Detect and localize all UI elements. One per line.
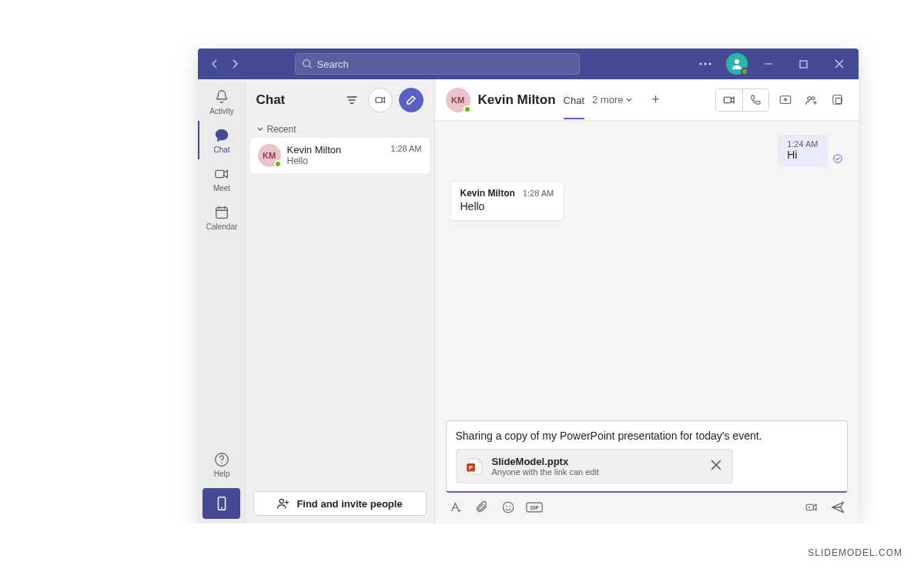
svg-point-19 — [833, 155, 842, 163]
svg-point-24 — [509, 506, 511, 507]
gif-button[interactable]: GIF — [526, 499, 543, 516]
close-icon — [835, 59, 844, 69]
call-buttons — [715, 89, 769, 112]
chevron-left-icon — [210, 59, 219, 69]
chat-item-time: 1:28 AM — [390, 144, 421, 156]
svg-point-0 — [303, 60, 310, 67]
video-icon — [374, 94, 387, 106]
svg-rect-11 — [376, 98, 382, 103]
compose-box[interactable]: P SlideModel.pptx Anyone with the link c… — [446, 420, 848, 493]
nav-buttons — [206, 53, 244, 75]
send-button[interactable] — [829, 499, 846, 516]
svg-point-1 — [699, 63, 701, 65]
chat-icon — [213, 127, 230, 144]
remove-attachment-button[interactable] — [708, 457, 725, 477]
profile-avatar[interactable] — [726, 53, 748, 75]
message-time: 1:28 AM — [523, 189, 554, 198]
format-icon — [449, 500, 463, 514]
camera-switch-icon — [804, 500, 819, 514]
teams-window: Search Activity Chat — [198, 49, 859, 523]
maximize-icon — [799, 60, 808, 69]
svg-point-16 — [812, 96, 815, 99]
minimize-button[interactable] — [754, 49, 783, 79]
message-outgoing[interactable]: 1:24 AM Hi — [778, 135, 827, 167]
maximize-button[interactable] — [789, 49, 819, 79]
rail-chat[interactable]: Chat — [198, 121, 245, 159]
attachment-card[interactable]: P SlideModel.pptx Anyone with the link c… — [456, 449, 733, 483]
title-bar: Search — [198, 49, 859, 79]
rail-mobile-button[interactable] — [203, 488, 240, 519]
svg-text:P: P — [469, 464, 473, 471]
search-placeholder: Search — [317, 59, 349, 70]
read-receipt-icon — [832, 153, 843, 167]
attachment-name: SlideModel.pptx — [492, 456, 700, 467]
share-screen-icon — [778, 93, 792, 107]
message-sender: Kevin Milton — [460, 188, 515, 199]
invite-people-button[interactable]: Find and invite people — [253, 491, 427, 516]
emoji-icon — [501, 500, 515, 514]
nav-back-button[interactable] — [206, 53, 224, 75]
rail-calendar[interactable]: Calendar — [198, 198, 245, 236]
format-button[interactable] — [447, 499, 464, 516]
paperclip-icon — [475, 500, 489, 514]
chat-header-avatar: KM — [446, 88, 470, 112]
attach-button[interactable] — [474, 499, 490, 516]
chat-list-header: Chat — [246, 79, 434, 121]
emoji-button[interactable] — [500, 499, 517, 516]
message-text: Hello — [460, 200, 554, 212]
rail-meet[interactable]: Meet — [198, 159, 245, 198]
message-text: Hi — [787, 149, 818, 161]
add-tab-button[interactable]: + — [645, 89, 667, 111]
share-screen-button[interactable] — [775, 90, 795, 110]
chat-item-name: Kevin Milton — [287, 144, 342, 156]
tabs-more-dropdown[interactable]: 2 more — [592, 94, 632, 105]
rail-label: Activity — [209, 107, 234, 115]
chat-list-panel: Chat Recent KM Kevin Milton 1:28 AM — [246, 79, 435, 523]
video-call-button[interactable] — [716, 89, 742, 111]
filter-icon — [346, 94, 358, 106]
meet-now-button[interactable] — [368, 88, 393, 112]
mobile-icon — [213, 495, 230, 512]
chat-section-recent[interactable]: Recent — [246, 121, 434, 138]
chevron-down-icon — [256, 125, 264, 133]
minimize-icon — [764, 59, 773, 69]
filter-button[interactable] — [342, 88, 362, 112]
add-people-button[interactable] — [802, 90, 822, 110]
chat-list-item[interactable]: KM Kevin Milton 1:28 AM Hello — [250, 138, 430, 173]
more-options-button[interactable] — [691, 49, 720, 79]
avatar-initials: KM — [263, 151, 276, 160]
audio-call-button[interactable] — [742, 89, 768, 111]
svg-point-3 — [708, 63, 711, 65]
help-icon — [213, 451, 230, 468]
attachment-permission: Anyone with the link can edit — [492, 467, 700, 477]
close-button[interactable] — [825, 49, 854, 79]
message-time: 1:24 AM — [787, 139, 818, 149]
video-icon — [213, 166, 230, 182]
tab-chat[interactable]: Chat — [564, 81, 584, 119]
new-chat-button[interactable] — [399, 88, 424, 112]
rail-help[interactable]: Help — [198, 445, 245, 483]
svg-point-23 — [506, 506, 507, 507]
person-icon — [731, 58, 743, 70]
chevron-down-icon — [625, 96, 633, 104]
phone-icon — [749, 94, 762, 106]
rail-label: Meet — [213, 184, 230, 192]
close-icon — [711, 460, 721, 470]
avatar-initials: KM — [451, 95, 464, 105]
search-icon — [302, 59, 313, 69]
rail-label: Calendar — [206, 222, 238, 231]
messages-area[interactable]: 1:24 AM Hi Kevin Milton 1:28 AM Hello — [435, 121, 859, 420]
search-input[interactable]: Search — [295, 53, 580, 75]
popout-button[interactable] — [828, 90, 848, 110]
schedule-send-button[interactable] — [803, 499, 820, 516]
message-incoming[interactable]: Kevin Milton 1:28 AM Hello — [450, 181, 564, 221]
chat-item-preview: Hello — [287, 156, 422, 166]
rail-activity[interactable]: Activity — [198, 82, 245, 121]
presence-available-icon — [741, 68, 748, 75]
chevron-right-icon — [230, 59, 239, 69]
compose-toolbar: GIF — [446, 493, 848, 516]
nav-forward-button[interactable] — [226, 53, 244, 75]
people-add-icon — [276, 497, 290, 510]
svg-point-2 — [704, 63, 706, 65]
message-input[interactable] — [456, 430, 838, 442]
